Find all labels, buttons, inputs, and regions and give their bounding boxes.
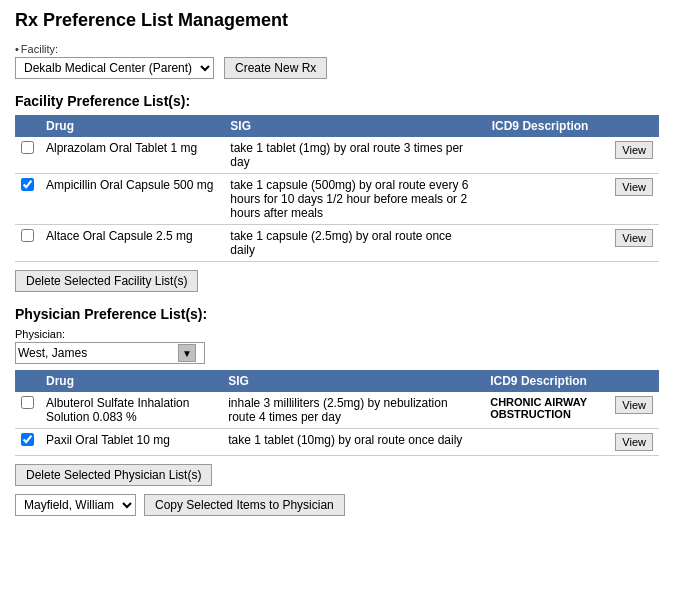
facility-table-row: Alprazolam Oral Tablet 1 mg take 1 table…: [15, 137, 659, 174]
delete-physician-button[interactable]: Delete Selected Physician List(s): [15, 464, 212, 486]
physician-checkbox-0[interactable]: [21, 396, 34, 409]
copy-selected-button[interactable]: Copy Selected Items to Physician: [144, 494, 345, 516]
physician-table: Drug SIG ICD9 Description Albuterol Sulf…: [15, 370, 659, 456]
physician-input-wrap[interactable]: ▼: [15, 342, 205, 364]
facility-table: Drug SIG ICD9 Description Alprazolam Ora…: [15, 115, 659, 262]
physician-row-drug-1: Paxil Oral Tablet 10 mg: [40, 429, 222, 456]
facility-row-drug-2: Altace Oral Capsule 2.5 mg: [40, 225, 224, 262]
physician-view-button-0[interactable]: View: [615, 396, 653, 414]
physician-table-row: Paxil Oral Tablet 10 mg take 1 tablet (1…: [15, 429, 659, 456]
physician-checkbox-1[interactable]: [21, 433, 34, 446]
facility-view-button-2[interactable]: View: [615, 229, 653, 247]
physician-col-view: [609, 370, 659, 392]
physician-select-row: ▼: [15, 342, 659, 364]
facility-row-view-0[interactable]: View: [609, 137, 659, 174]
physician-section-heading: Physician Preference List(s):: [15, 306, 659, 322]
facility-row-check-2[interactable]: [15, 225, 40, 262]
physician-view-button-1[interactable]: View: [615, 433, 653, 451]
facility-row-sig-2: take 1 capsule (2.5mg) by oral route onc…: [224, 225, 485, 262]
physician-row-view-0[interactable]: View: [609, 392, 659, 429]
physician-label: Physician:: [15, 328, 659, 340]
create-new-rx-button[interactable]: Create New Rx: [224, 57, 327, 79]
facility-row-view-1[interactable]: View: [609, 174, 659, 225]
copy-row: Mayfield, William Copy Selected Items to…: [15, 494, 659, 516]
facility-col-check: [15, 115, 40, 137]
facility-label: Facility:: [15, 43, 659, 55]
facility-select[interactable]: Dekalb Medical Center (Parent): [15, 57, 214, 79]
facility-col-view: [609, 115, 659, 137]
physician-row-check-0[interactable]: [15, 392, 40, 429]
physician-input[interactable]: [18, 346, 178, 360]
facility-row-icd9-2: [486, 225, 610, 262]
physician-col-icd9: ICD9 Description: [484, 370, 609, 392]
copy-physician-select[interactable]: Mayfield, William: [15, 494, 136, 516]
facility-row-check-0[interactable]: [15, 137, 40, 174]
physician-col-check: [15, 370, 40, 392]
facility-table-row: Altace Oral Capsule 2.5 mg take 1 capsul…: [15, 225, 659, 262]
physician-table-row: Albuterol Sulfate Inhalation Solution 0.…: [15, 392, 659, 429]
facility-view-button-1[interactable]: View: [615, 178, 653, 196]
facility-row-drug-1: Ampicillin Oral Capsule 500 mg: [40, 174, 224, 225]
physician-row-view-1[interactable]: View: [609, 429, 659, 456]
facility-row-drug-0: Alprazolam Oral Tablet 1 mg: [40, 137, 224, 174]
facility-row-icd9-1: [486, 174, 610, 225]
facility-checkbox-2[interactable]: [21, 229, 34, 242]
physician-dropdown-arrow[interactable]: ▼: [178, 344, 196, 362]
delete-facility-button[interactable]: Delete Selected Facility List(s): [15, 270, 198, 292]
facility-view-button-0[interactable]: View: [615, 141, 653, 159]
facility-col-sig: SIG: [224, 115, 485, 137]
physician-row-sig-0: inhale 3 milliliters (2.5mg) by nebuliza…: [222, 392, 484, 429]
facility-table-row: Ampicillin Oral Capsule 500 mg take 1 ca…: [15, 174, 659, 225]
facility-row-check-1[interactable]: [15, 174, 40, 225]
physician-row-check-1[interactable]: [15, 429, 40, 456]
facility-checkbox-0[interactable]: [21, 141, 34, 154]
facility-checkbox-1[interactable]: [21, 178, 34, 191]
facility-section-heading: Facility Preference List(s):: [15, 93, 659, 109]
facility-row: Dekalb Medical Center (Parent) Create Ne…: [15, 57, 659, 79]
physician-col-drug: Drug: [40, 370, 222, 392]
physician-row-drug-0: Albuterol Sulfate Inhalation Solution 0.…: [40, 392, 222, 429]
facility-col-drug: Drug: [40, 115, 224, 137]
facility-row-icd9-0: [486, 137, 610, 174]
physician-row-icd9-0: CHRONIC AIRWAY OBSTRUCTION: [484, 392, 609, 429]
physician-row-sig-1: take 1 tablet (10mg) by oral route once …: [222, 429, 484, 456]
page-title: Rx Preference List Management: [15, 10, 659, 31]
facility-row-sig-0: take 1 tablet (1mg) by oral route 3 time…: [224, 137, 485, 174]
facility-row-sig-1: take 1 capsule (500mg) by oral route eve…: [224, 174, 485, 225]
physician-col-sig: SIG: [222, 370, 484, 392]
physician-row-icd9-1: [484, 429, 609, 456]
facility-row-view-2[interactable]: View: [609, 225, 659, 262]
facility-col-icd9: ICD9 Description: [486, 115, 610, 137]
